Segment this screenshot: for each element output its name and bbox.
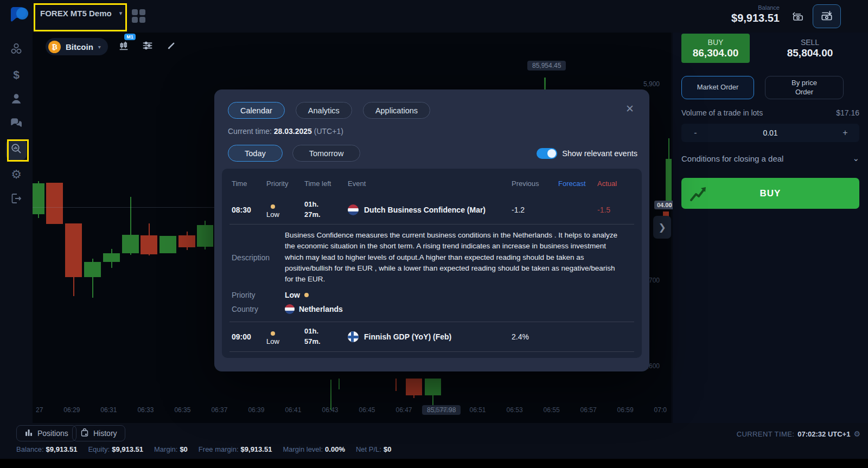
- buy-button[interactable]: BUY: [681, 178, 859, 209]
- tab-positions[interactable]: Positions: [16, 425, 76, 441]
- time-settings-gear-icon[interactable]: ⚙: [853, 429, 860, 438]
- volume-value[interactable]: 0.01: [763, 129, 777, 137]
- sidebar-item-finance[interactable]: $: [4, 63, 28, 87]
- analysis-magnifier-icon: [10, 142, 23, 157]
- x-axis-label: 06:31: [100, 406, 117, 414]
- increase-volume-button[interactable]: +: [840, 128, 851, 138]
- stat-equity: Equity:$9,913.51: [88, 445, 143, 453]
- buy-button-label: BUY: [760, 188, 781, 199]
- gear-icon: ⚙: [11, 169, 22, 181]
- header-time: Time: [232, 179, 266, 188]
- growth-arrow-icon: [688, 183, 710, 204]
- event-time: 08:30: [232, 206, 266, 214]
- modal-tabs: Calendar Analytics Applications: [228, 102, 430, 119]
- close-icon[interactable]: ✕: [626, 102, 634, 115]
- table-row[interactable]: 08:30 Low 01h.27m. Dutch Business Confid…: [232, 196, 632, 224]
- volume-label: Volume of a trade in lots: [681, 108, 763, 117]
- netherlands-flag-icon: [285, 304, 295, 314]
- dollar-icon: $: [13, 68, 20, 81]
- bitcoin-icon: ₿: [48, 41, 61, 53]
- price-high-badge: 85,954.45: [527, 61, 566, 70]
- by-price-order-label: By price Order: [783, 79, 826, 97]
- event-name: Dutch Business Confidence (Mar): [364, 206, 486, 214]
- history-icon: [80, 428, 89, 439]
- chevron-down-icon: ▾: [119, 10, 123, 17]
- x-axis-label: 06:39: [248, 406, 264, 414]
- sidebar-item-markets[interactable]: [4, 38, 28, 62]
- deposit-button[interactable]: [787, 7, 809, 27]
- volume-row: Volume of a trade in lots $17.16: [681, 108, 859, 117]
- tab-today[interactable]: Today: [228, 145, 283, 162]
- priority-text: Low: [266, 337, 279, 345]
- x-axis-label: 06:47: [395, 406, 412, 414]
- current-time-label: Current time:: [228, 127, 272, 136]
- drawing-tools-button[interactable]: [163, 39, 180, 55]
- timeframe-badge[interactable]: M1: [124, 34, 136, 40]
- time-left: 01h.27m.: [304, 200, 348, 220]
- table-header: Time Priority Time left Event Previous F…: [232, 176, 632, 196]
- show-relevant-events-toggle[interactable]: [537, 148, 557, 159]
- tab-by-price-order[interactable]: By price Order: [765, 76, 844, 99]
- stat-free-margin: Free margin:$9,913.51: [199, 445, 272, 453]
- sell-price-value: 85,804.00: [787, 47, 833, 59]
- netherlands-flag-icon: [348, 204, 359, 215]
- chart-type-button[interactable]: M1: [116, 39, 132, 55]
- positions-bars-icon: [24, 428, 33, 439]
- chat-icon: [9, 117, 23, 133]
- symbol-selector[interactable]: ₿ Bitcoin ▾: [46, 38, 108, 55]
- balance-value: $9,913.51: [731, 12, 780, 24]
- event-time: 09:00: [232, 332, 266, 341]
- symbol-name: Bitcoin: [66, 42, 93, 52]
- relevant-events-toggle-row: Show relevant events: [537, 148, 637, 159]
- panel-expand-button[interactable]: ❯: [653, 216, 671, 239]
- sidebar-item-profile[interactable]: [4, 88, 28, 112]
- sidebar-item-market-analysis[interactable]: [6, 139, 27, 160]
- volume-usd-value: $17.16: [836, 108, 859, 117]
- event-name-cell: Finnish GDP (YoY) (Feb): [348, 331, 512, 342]
- tab-market-order[interactable]: Market Order: [681, 76, 754, 99]
- tab-tomorrow[interactable]: Tomorrow: [292, 145, 361, 162]
- priority-dot-icon: [271, 331, 275, 336]
- sidebar-item-logout[interactable]: [4, 188, 28, 211]
- event-name: Finnish GDP (YoY) (Feb): [364, 332, 451, 341]
- left-sidebar: $: [0, 33, 33, 423]
- buy-label: BUY: [708, 38, 724, 47]
- decrease-volume-button[interactable]: -: [690, 128, 701, 138]
- sidebar-item-settings[interactable]: ⚙: [4, 163, 28, 187]
- tab-history[interactable]: History: [72, 425, 125, 441]
- withdraw-button[interactable]: [813, 4, 841, 28]
- x-axis-label: 06:53: [507, 406, 523, 414]
- time-axis: 2706:2906:3106:3306:3506:3706:3906:4106:…: [33, 406, 670, 414]
- table-row[interactable]: 09:00 Low 01h.57m. Finnish GDP (YoY) (Fe…: [232, 322, 632, 351]
- day-tabs: Today Tomorrow: [228, 145, 360, 162]
- account-selector[interactable]: FOREX MT5 Demo ▾: [40, 9, 122, 18]
- current-time-block: CURRENT TIME: 07:02:32 UTC+1 ⚙: [737, 429, 860, 438]
- current-time-label: CURRENT TIME:: [737, 430, 795, 438]
- closing-conditions-dropdown[interactable]: Conditions for closing a deal ⌄: [681, 153, 859, 163]
- x-axis-label: 06:41: [285, 406, 301, 414]
- tab-analytics[interactable]: Analytics: [296, 102, 352, 119]
- event-country-row: Country Netherlands: [232, 302, 632, 317]
- buy-price-button[interactable]: BUY 86,304.00: [681, 34, 750, 63]
- previous-value: -1.2: [512, 206, 558, 214]
- layout-grid-button[interactable]: [132, 9, 146, 23]
- balance-block: Balance $9,913.51: [731, 4, 780, 24]
- positions-label: Positions: [37, 429, 68, 438]
- table-row[interactable]: 09:00 01h. Estonian Retail Sales (YoY) (…: [232, 352, 632, 358]
- x-axis-label: 06:43: [322, 406, 338, 414]
- tab-calendar[interactable]: Calendar: [228, 102, 285, 119]
- indicators-button[interactable]: [139, 39, 156, 55]
- top-bar: FOREX MT5 Demo ▾ Balance $9,913.51: [0, 0, 868, 33]
- description-text: Business Confidence measures the current…: [285, 230, 630, 285]
- chevron-down-icon: ▾: [98, 44, 101, 50]
- current-time-value: 07:02:32 UTC+1: [797, 430, 850, 438]
- sidebar-item-chat[interactable]: [4, 113, 28, 137]
- tab-applications[interactable]: Applications: [363, 102, 430, 119]
- event-priority-row: Priority Low: [232, 288, 632, 302]
- priority-indicator: Low: [266, 331, 279, 345]
- header-actual: Actual: [597, 179, 632, 188]
- chevron-down-icon: ⌄: [852, 153, 859, 163]
- x-axis-label: 06:57: [580, 406, 597, 414]
- candles-icon: [118, 40, 130, 54]
- sell-price-button[interactable]: SELL 85,804.00: [758, 34, 861, 63]
